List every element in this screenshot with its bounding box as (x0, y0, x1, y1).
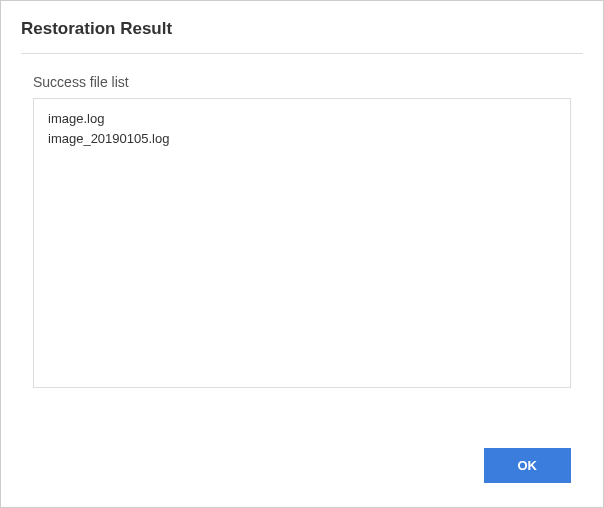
button-row: OK (21, 448, 583, 489)
ok-button[interactable]: OK (484, 448, 572, 483)
dialog-title: Restoration Result (21, 19, 583, 54)
list-item: image_20190105.log (48, 129, 556, 149)
list-item: image.log (48, 109, 556, 129)
success-file-list-label: Success file list (21, 74, 583, 90)
success-file-list: image.log image_20190105.log (33, 98, 571, 388)
restoration-result-dialog: Restoration Result Success file list ima… (0, 0, 604, 508)
